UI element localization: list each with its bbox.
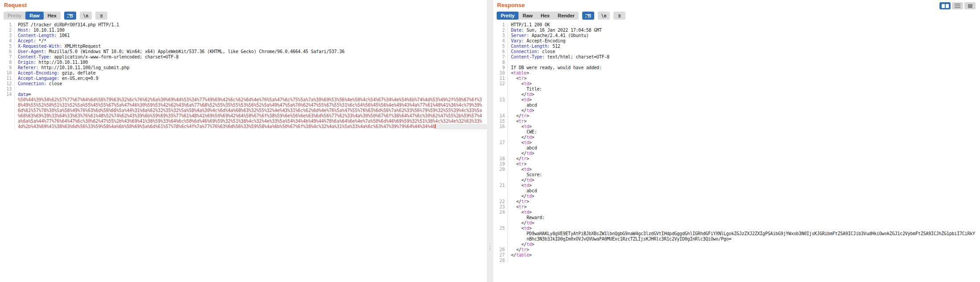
- code-line[interactable]: 5X-Requested-With: XMLHttpRequest: [0, 44, 487, 49]
- line-text: </td>: [508, 194, 980, 199]
- code-line[interactable]: 22 </tr>: [493, 199, 980, 204]
- newline-toggle-icon[interactable]: \n: [598, 12, 610, 20]
- tab-raw[interactable]: Raw: [519, 12, 537, 20]
- code-line[interactable]: 20 <td>: [493, 167, 980, 172]
- code-line[interactable]: abcd: [493, 188, 980, 194]
- tab-pretty[interactable]: Pretty: [4, 12, 25, 20]
- code-line[interactable]: </td>: [493, 92, 980, 97]
- code-line[interactable]: 10<table>: [493, 70, 980, 76]
- code-line[interactable]: </td>: [493, 151, 980, 156]
- code-line[interactable]: 6Connection: close: [493, 49, 980, 54]
- code-line[interactable]: a%6a%5a%44%77%76%64%47%6c%30%62%47%55%2b…: [0, 119, 487, 124]
- line-text: Connection: close: [15, 81, 487, 87]
- code-line[interactable]: 24 <td>: [493, 210, 980, 215]
- response-editor[interactable]: 1HTTP/1.1 200 OK2Date: Sun, 16 Jan 2022 …: [493, 21, 980, 263]
- code-line[interactable]: nBhc3N3b3JkID0gIm0xOVJvQVUwaFA0MUExc1Rzc…: [493, 236, 980, 242]
- code-line[interactable]: 7Content-Type: application/x-www-form-ur…: [0, 54, 487, 60]
- line-number: [493, 92, 508, 97]
- code-line[interactable]: </td>: [493, 242, 980, 247]
- newline-toggle-icon[interactable]: \n: [80, 12, 92, 20]
- code-line[interactable]: Reward:: [493, 215, 980, 220]
- code-line[interactable]: 12Connection: close: [0, 81, 487, 87]
- code-line[interactable]: </td>: [493, 108, 980, 113]
- code-line[interactable]: 8Origin: http://10.10.11.100: [0, 60, 487, 65]
- line-number: 19: [493, 162, 508, 167]
- editor-menu-icon[interactable]: ≡: [613, 12, 625, 20]
- code-line[interactable]: 9Referer: http://10.10.11.100/log_submit…: [0, 65, 487, 70]
- code-line[interactable]: </td>: [493, 178, 980, 183]
- tab-hex[interactable]: Hex: [44, 12, 61, 20]
- code-line[interactable]: 23 <tr>: [493, 204, 980, 210]
- code-line[interactable]: 16 <td>: [493, 124, 980, 129]
- line-text: </tr>: [508, 199, 980, 204]
- code-line[interactable]: </td>: [493, 220, 980, 226]
- code-line[interactable]: 10Accept-Encoding: gzip, deflate: [0, 70, 487, 76]
- code-line[interactable]: 1HTTP/1.1 200 OK: [493, 22, 980, 28]
- code-line[interactable]: 21 <td>: [493, 183, 980, 188]
- code-line[interactable]: 4Vary: Accept-Encoding: [493, 38, 980, 44]
- code-line[interactable]: 14data=: [0, 92, 487, 97]
- code-line[interactable]: </td>: [493, 194, 980, 199]
- code-line[interactable]: 15 <tr>: [493, 119, 980, 124]
- code-line[interactable]: 8%49%55%52%50%51%31%52%5a%55%45%55%67%5a…: [0, 103, 487, 108]
- line-number: 2: [493, 28, 508, 33]
- code-line[interactable]: 12 <td>: [493, 81, 980, 87]
- code-line[interactable]: %68%63%69%39%33%64%33%63%76%61%48%52%74%…: [0, 113, 487, 119]
- line-text: <tr>: [508, 162, 980, 167]
- code-line[interactable]: 2Date: Sun, 16 Jan 2022 17:04:58 GMT: [493, 28, 980, 33]
- code-line[interactable]: 5Content-Length: 512: [493, 44, 980, 49]
- code-line[interactable]: Title:: [493, 87, 980, 92]
- code-line[interactable]: 11 <tr>: [493, 76, 980, 81]
- line-text: Content-Length: 1061: [15, 33, 487, 38]
- tab-hex[interactable]: Hex: [537, 12, 554, 20]
- code-line[interactable]: Score:: [493, 172, 980, 178]
- code-line[interactable]: </td>: [493, 135, 980, 140]
- code-line[interactable]: 26 </tr>: [493, 247, 980, 253]
- layout-columns-button[interactable]: [939, 2, 951, 9]
- wrap-lines-icon[interactable]: [582, 12, 594, 20]
- layout-rows-button[interactable]: [952, 2, 963, 9]
- code-line[interactable]: 25 <td>: [493, 226, 980, 231]
- code-line[interactable]: 6User-Agent: Mozilla/5.0 (Windows NT 10.…: [0, 49, 487, 54]
- divider-drag-handle-icon[interactable]: ⋮: [487, 246, 493, 250]
- line-number: [0, 103, 15, 108]
- layout-single-button[interactable]: [964, 2, 976, 9]
- line-text: <td>: [508, 210, 980, 215]
- line-number: 8: [493, 60, 508, 65]
- tab-pretty[interactable]: Pretty: [497, 12, 519, 20]
- code-line[interactable]: 7Content-Type: text/html; charset=UTF-8: [493, 54, 980, 60]
- line-text: nBhc3N3b3JkID0gIm0xOVJvQVUwaFA0MUExc1Rzc…: [508, 236, 980, 242]
- code-line[interactable]: 28: [493, 258, 980, 263]
- line-text: X-Requested-With: XMLHttpRequest: [15, 44, 487, 49]
- code-line[interactable]: 11Accept-Language: en-US,en;q=0.9: [0, 76, 487, 81]
- code-line[interactable]: abcd: [493, 145, 980, 151]
- tab-raw[interactable]: Raw: [25, 12, 44, 20]
- code-line[interactable]: CWE:: [493, 129, 980, 135]
- code-line[interactable]: 4Accept: */*: [0, 38, 487, 44]
- line-text: <tr>: [508, 204, 980, 210]
- panel-divider: ⋮: [487, 0, 493, 282]
- code-line[interactable]: 9If DB were ready, would have added:: [493, 65, 980, 70]
- editor-menu-icon[interactable]: ≡: [95, 12, 107, 20]
- code-line[interactable]: 27</table>: [493, 253, 980, 258]
- code-line[interactable]: 3Content-Length: 1061: [0, 33, 487, 38]
- code-line[interactable]: 3Server: Apache/2.4.41 (Ubuntu): [493, 33, 980, 38]
- code-line[interactable]: 2Host: 10.10.11.100: [0, 28, 487, 33]
- tab-render[interactable]: Render: [554, 12, 579, 20]
- code-line[interactable]: 19 <tr>: [493, 162, 980, 167]
- code-line[interactable]: 1POST /tracker_diRbPrO0f314.php HTTP/1.1: [0, 22, 487, 28]
- request-editor[interactable]: 1POST /tracker_diRbPrO0f314.php HTTP/1.1…: [0, 21, 487, 129]
- code-line[interactable]: abcd: [493, 103, 980, 108]
- code-line[interactable]: 18 </tr>: [493, 156, 980, 162]
- code-line[interactable]: %50%44%39%34%62%57%77%67%64%6d%56%79%63%…: [0, 97, 487, 103]
- code-line[interactable]: 8: [493, 60, 980, 65]
- line-text: </td>: [508, 242, 980, 247]
- code-line[interactable]: 13 <td>: [493, 97, 980, 103]
- code-line[interactable]: 13: [0, 87, 487, 92]
- code-line[interactable]: 17 <td>: [493, 140, 980, 145]
- code-line[interactable]: 4d%2b%43%69%41%38%63%6d%56%33%59%58%4a%6…: [0, 124, 487, 129]
- code-line[interactable]: 14 </tr>: [493, 113, 980, 119]
- wrap-lines-icon[interactable]: [64, 12, 76, 20]
- code-line[interactable]: 6d%61%57%78%30%5a%58%49%76%63%6d%56%68%5…: [0, 108, 487, 113]
- code-line[interactable]: PD9waHAKLy8gVE9ETyAtPiBJbXBsZW1lbnQgbG9n…: [493, 231, 980, 236]
